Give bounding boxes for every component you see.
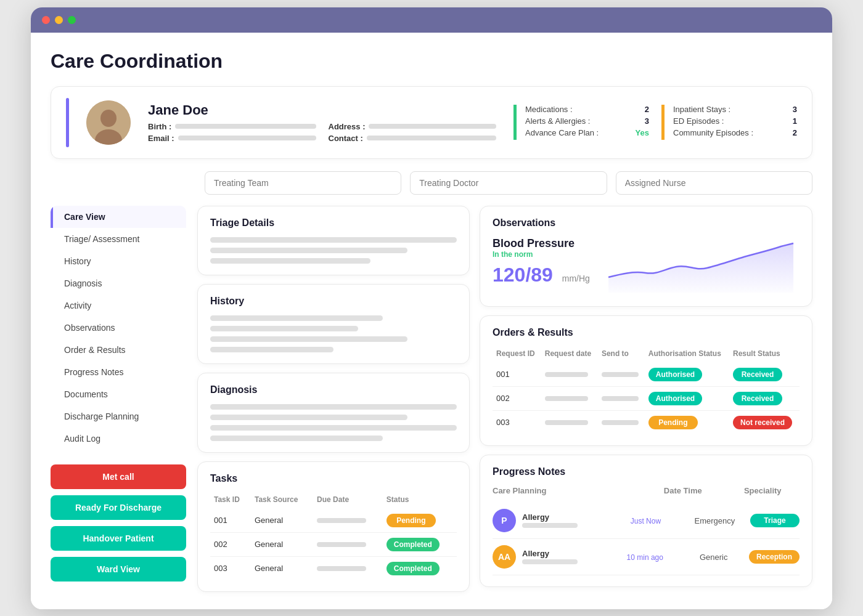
maximize-dot[interactable] bbox=[68, 16, 76, 24]
patient-card: Jane Doe Birth : Address : Email : bbox=[51, 86, 812, 159]
tasks-col-due: Due Date bbox=[313, 493, 383, 509]
birth-label: Birth : bbox=[148, 122, 171, 131]
handover-patient-button[interactable]: Handover Patient bbox=[51, 526, 186, 551]
close-dot[interactable] bbox=[42, 16, 50, 24]
order-send bbox=[598, 410, 645, 434]
progress-note-row: AA Allergy 10 min ago Generic Reception bbox=[493, 539, 800, 575]
alerts-val: 3 bbox=[645, 116, 649, 126]
task-id: 002 bbox=[210, 532, 251, 556]
pn-avatar: P bbox=[493, 509, 516, 532]
patient-stats: Medications : 2 Alerts & Allergies : 3 A… bbox=[513, 105, 797, 140]
sidebar-item-triage[interactable]: Triage/ Assessment bbox=[51, 228, 186, 250]
task-source: General bbox=[251, 532, 313, 556]
pn-col-care: Care Planning bbox=[493, 486, 640, 495]
minimize-dot[interactable] bbox=[55, 16, 63, 24]
order-row: 001 Authorised Received bbox=[493, 363, 800, 387]
tasks-col-source: Task Source bbox=[251, 493, 313, 509]
pn-badge-col: Triage bbox=[750, 514, 800, 527]
sidebar-item-observations[interactable]: Observations bbox=[51, 317, 186, 339]
app-window: Care Coordination Jane Doe Birth : bbox=[31, 7, 832, 609]
sidebar: Care View Triage/ Assessment History Dia… bbox=[51, 206, 186, 592]
history-card: History bbox=[197, 284, 470, 364]
sidebar-item-documents[interactable]: Documents bbox=[51, 383, 186, 405]
sidebar-nav: Care View Triage/ Assessment History Dia… bbox=[51, 206, 186, 450]
alerts-label: Alerts & Allergies : bbox=[525, 116, 591, 126]
acp-stat: Advance Care Plan : Yes bbox=[525, 128, 649, 137]
observations-title: Observations bbox=[493, 217, 800, 229]
pn-info: Allergy bbox=[522, 513, 606, 528]
sidebar-item-diagnosis[interactable]: Diagnosis bbox=[51, 272, 186, 294]
progress-notes-card: Progress Notes Care Planning Date Time S… bbox=[480, 455, 812, 587]
stats-orange: Inpatient Stays : 3 ED Episodes : 1 Comm… bbox=[661, 105, 797, 140]
sidebar-item-activity[interactable]: Activity bbox=[51, 294, 186, 317]
sidebar-item-order-results[interactable]: Order & Results bbox=[51, 339, 186, 361]
patient-details: Birth : Address : Email : Contact : bbox=[148, 122, 496, 143]
sidebar-item-audit[interactable]: Audit Log bbox=[51, 428, 186, 450]
assigned-nurse-input[interactable] bbox=[616, 171, 812, 195]
task-source: General bbox=[251, 556, 313, 580]
order-result: Received bbox=[729, 386, 800, 410]
sidebar-item-care-view[interactable]: Care View bbox=[51, 206, 186, 228]
orders-col-send: Send to bbox=[598, 347, 645, 363]
ready-for-discharge-button[interactable]: Ready For Discharge bbox=[51, 495, 186, 520]
pn-specialty: Generic bbox=[700, 553, 728, 562]
email-label: Email : bbox=[148, 134, 174, 143]
pn-header: Care Planning Date Time Speciality bbox=[493, 486, 800, 495]
pn-spec-col: Generic bbox=[684, 551, 743, 562]
order-row: 003 Pending Not received bbox=[493, 410, 800, 434]
pn-date-col: 10 min ago bbox=[611, 551, 678, 562]
acp-label: Advance Care Plan : bbox=[525, 128, 599, 137]
orders-col-result: Result Status bbox=[729, 347, 800, 363]
avatar bbox=[86, 100, 131, 145]
pn-date: Just Now bbox=[631, 517, 661, 525]
pn-section: Allergy bbox=[522, 549, 605, 558]
order-send bbox=[598, 386, 645, 410]
task-row: 002 General Completed bbox=[210, 532, 457, 556]
sidebar-buttons: Met call Ready For Discharge Handover Pa… bbox=[51, 464, 186, 582]
order-id: 002 bbox=[493, 386, 541, 410]
diagnosis-line-3 bbox=[210, 425, 457, 431]
met-call-button[interactable]: Met call bbox=[51, 464, 186, 489]
progress-note-row: P Allergy Just Now Emergency Triage bbox=[493, 503, 800, 539]
orders-card: Orders & Results Request ID Request date… bbox=[480, 315, 812, 446]
address-row: Address : bbox=[329, 122, 497, 131]
task-status: Completed bbox=[383, 532, 457, 556]
history-line-2 bbox=[210, 326, 358, 331]
task-source: General bbox=[251, 509, 313, 533]
acp-val: Yes bbox=[636, 128, 649, 137]
bp-chart bbox=[602, 237, 800, 295]
community-label: Community Episodes : bbox=[673, 128, 753, 137]
pn-badge-col: Reception bbox=[749, 550, 800, 564]
task-row: 001 General Pending bbox=[210, 509, 457, 533]
sidebar-item-discharge[interactable]: Discharge Planning bbox=[51, 405, 186, 428]
sidebar-item-history[interactable]: History bbox=[51, 250, 186, 272]
tasks-col-id: Task ID bbox=[210, 493, 251, 509]
community-stat: Community Episodes : 2 bbox=[673, 128, 797, 137]
titlebar bbox=[31, 7, 832, 33]
ward-view-button[interactable]: Ward View bbox=[51, 557, 186, 582]
triage-line-2 bbox=[210, 248, 407, 253]
pn-info: Allergy bbox=[522, 549, 605, 564]
treating-team-input[interactable] bbox=[205, 171, 401, 195]
orders-col-date: Request date bbox=[541, 347, 598, 363]
medications-val: 2 bbox=[645, 105, 649, 114]
bp-title: Blood Pressure bbox=[493, 237, 590, 250]
diagnosis-line-2 bbox=[210, 415, 407, 420]
birth-row: Birth : bbox=[148, 122, 316, 131]
tasks-card: Tasks Task ID Task Source Due Date Statu… bbox=[197, 461, 470, 592]
treating-doctor-input[interactable] bbox=[410, 171, 607, 195]
sidebar-item-progress-notes[interactable]: Progress Notes bbox=[51, 361, 186, 383]
diagnosis-line-1 bbox=[210, 404, 457, 410]
email-row: Email : bbox=[148, 134, 316, 143]
page-title: Care Coordination bbox=[51, 50, 812, 73]
order-result: Not received bbox=[729, 410, 800, 434]
team-row bbox=[51, 171, 812, 195]
task-status: Completed bbox=[383, 556, 457, 580]
diagnosis-line-4 bbox=[210, 436, 383, 441]
progress-notes-title: Progress Notes bbox=[493, 466, 800, 477]
email-value bbox=[178, 136, 316, 140]
address-label: Address : bbox=[329, 122, 366, 131]
pn-badge: Reception bbox=[749, 550, 800, 564]
pn-avatar: AA bbox=[493, 545, 516, 569]
order-auth: Authorised bbox=[645, 386, 729, 410]
